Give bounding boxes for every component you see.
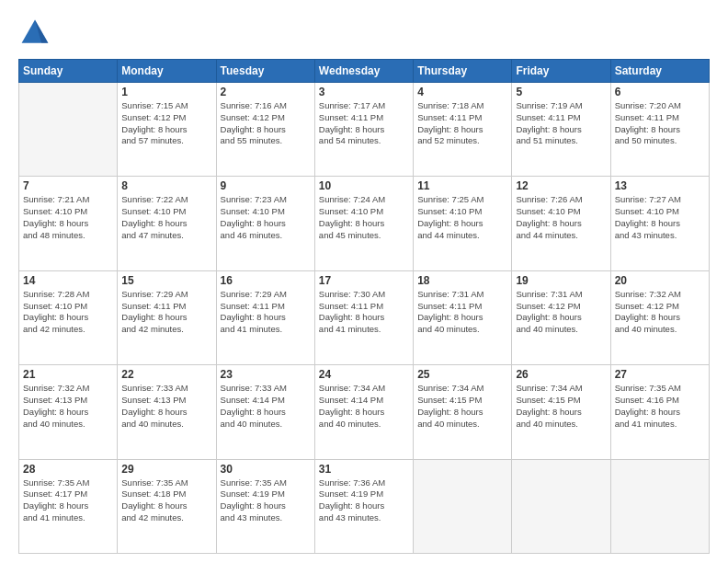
calendar-cell: 1Sunrise: 7:15 AM Sunset: 4:12 PM Daylig… [118,83,216,177]
day-number: 10 [319,179,409,192]
weekday-header-sunday: Sunday [19,60,118,83]
day-info: Sunrise: 7:29 AM Sunset: 4:11 PM Dayligh… [121,289,211,336]
calendar-cell: 15Sunrise: 7:29 AM Sunset: 4:11 PM Dayli… [118,270,216,364]
day-number: 13 [615,179,705,192]
calendar-cell: 22Sunrise: 7:33 AM Sunset: 4:13 PM Dayli… [118,365,216,459]
calendar-cell [414,459,512,553]
header [18,17,710,50]
calendar-cell: 12Sunrise: 7:26 AM Sunset: 4:10 PM Dayli… [512,177,610,270]
calendar-cell: 10Sunrise: 7:24 AM Sunset: 4:10 PM Dayli… [314,177,413,270]
calendar-cell: 18Sunrise: 7:31 AM Sunset: 4:11 PM Dayli… [414,270,512,364]
day-number: 22 [121,368,211,381]
logo [18,17,55,50]
calendar-cell: 13Sunrise: 7:27 AM Sunset: 4:10 PM Dayli… [610,177,709,270]
day-info: Sunrise: 7:34 AM Sunset: 4:15 PM Dayligh… [417,383,507,430]
day-number: 31 [319,463,409,476]
calendar-week-row: 1Sunrise: 7:15 AM Sunset: 4:12 PM Daylig… [19,83,710,177]
weekday-header-tuesday: Tuesday [216,60,314,83]
day-info: Sunrise: 7:33 AM Sunset: 4:14 PM Dayligh… [221,383,311,430]
calendar-cell: 23Sunrise: 7:33 AM Sunset: 4:14 PM Dayli… [216,365,314,459]
calendar-cell: 5Sunrise: 7:19 AM Sunset: 4:11 PM Daylig… [512,83,610,177]
day-info: Sunrise: 7:16 AM Sunset: 4:12 PM Dayligh… [221,100,311,147]
day-info: Sunrise: 7:34 AM Sunset: 4:15 PM Dayligh… [516,383,606,430]
day-info: Sunrise: 7:35 AM Sunset: 4:19 PM Dayligh… [221,477,311,524]
calendar-cell: 7Sunrise: 7:21 AM Sunset: 4:10 PM Daylig… [19,177,118,270]
day-number: 24 [319,368,409,381]
day-number: 26 [516,368,606,381]
calendar-cell: 20Sunrise: 7:32 AM Sunset: 4:12 PM Dayli… [610,270,709,364]
day-info: Sunrise: 7:31 AM Sunset: 4:11 PM Dayligh… [417,289,507,336]
calendar-week-row: 28Sunrise: 7:35 AM Sunset: 4:17 PM Dayli… [19,459,710,553]
day-info: Sunrise: 7:25 AM Sunset: 4:10 PM Dayligh… [417,194,507,241]
calendar-cell: 19Sunrise: 7:31 AM Sunset: 4:12 PM Dayli… [512,270,610,364]
day-info: Sunrise: 7:35 AM Sunset: 4:18 PM Dayligh… [121,477,211,524]
calendar-cell: 9Sunrise: 7:23 AM Sunset: 4:10 PM Daylig… [216,177,314,270]
weekday-header-saturday: Saturday [610,60,709,83]
day-number: 15 [121,274,211,287]
day-number: 8 [121,179,211,192]
day-info: Sunrise: 7:22 AM Sunset: 4:10 PM Dayligh… [121,194,211,241]
day-info: Sunrise: 7:29 AM Sunset: 4:11 PM Dayligh… [221,289,311,336]
weekday-header-thursday: Thursday [414,60,512,83]
calendar-cell [512,459,610,553]
day-info: Sunrise: 7:33 AM Sunset: 4:13 PM Dayligh… [121,383,211,430]
calendar-cell: 17Sunrise: 7:30 AM Sunset: 4:11 PM Dayli… [314,270,413,364]
day-info: Sunrise: 7:26 AM Sunset: 4:10 PM Dayligh… [516,194,606,241]
day-number: 5 [516,86,606,98]
day-info: Sunrise: 7:31 AM Sunset: 4:12 PM Dayligh… [516,289,606,336]
logo-icon [18,17,51,50]
calendar-cell: 28Sunrise: 7:35 AM Sunset: 4:17 PM Dayli… [19,459,118,553]
day-number: 3 [319,86,409,98]
day-number: 19 [516,274,606,287]
calendar-cell: 29Sunrise: 7:35 AM Sunset: 4:18 PM Dayli… [118,459,216,553]
calendar-cell: 3Sunrise: 7:17 AM Sunset: 4:11 PM Daylig… [314,83,413,177]
day-info: Sunrise: 7:15 AM Sunset: 4:12 PM Dayligh… [121,100,211,147]
calendar-cell: 30Sunrise: 7:35 AM Sunset: 4:19 PM Dayli… [216,459,314,553]
weekday-header-row: SundayMondayTuesdayWednesdayThursdayFrid… [19,60,710,83]
calendar-cell: 26Sunrise: 7:34 AM Sunset: 4:15 PM Dayli… [512,365,610,459]
day-number: 2 [221,86,311,98]
day-info: Sunrise: 7:27 AM Sunset: 4:10 PM Dayligh… [615,194,705,241]
calendar-week-row: 7Sunrise: 7:21 AM Sunset: 4:10 PM Daylig… [19,177,710,270]
day-info: Sunrise: 7:32 AM Sunset: 4:13 PM Dayligh… [23,383,113,430]
calendar-cell: 16Sunrise: 7:29 AM Sunset: 4:11 PM Dayli… [216,270,314,364]
day-number: 16 [221,274,311,287]
calendar-cell: 4Sunrise: 7:18 AM Sunset: 4:11 PM Daylig… [414,83,512,177]
day-info: Sunrise: 7:23 AM Sunset: 4:10 PM Dayligh… [221,194,311,241]
calendar-table: SundayMondayTuesdayWednesdayThursdayFrid… [18,59,710,554]
calendar-cell [610,459,709,553]
day-info: Sunrise: 7:19 AM Sunset: 4:11 PM Dayligh… [516,100,606,147]
day-info: Sunrise: 7:36 AM Sunset: 4:19 PM Dayligh… [319,477,409,524]
day-number: 20 [615,274,705,287]
day-number: 9 [221,179,311,192]
day-number: 28 [23,463,113,476]
calendar-week-row: 14Sunrise: 7:28 AM Sunset: 4:10 PM Dayli… [19,270,710,364]
calendar-cell: 21Sunrise: 7:32 AM Sunset: 4:13 PM Dayli… [19,365,118,459]
calendar-cell: 8Sunrise: 7:22 AM Sunset: 4:10 PM Daylig… [118,177,216,270]
calendar-cell [19,83,118,177]
day-info: Sunrise: 7:21 AM Sunset: 4:10 PM Dayligh… [23,194,113,241]
day-info: Sunrise: 7:35 AM Sunset: 4:17 PM Dayligh… [23,477,113,524]
day-number: 11 [417,179,507,192]
calendar-cell: 27Sunrise: 7:35 AM Sunset: 4:16 PM Dayli… [610,365,709,459]
day-info: Sunrise: 7:18 AM Sunset: 4:11 PM Dayligh… [417,100,507,147]
calendar-cell: 14Sunrise: 7:28 AM Sunset: 4:10 PM Dayli… [19,270,118,364]
weekday-header-monday: Monday [118,60,216,83]
day-number: 25 [417,368,507,381]
day-number: 14 [23,274,113,287]
day-number: 18 [417,274,507,287]
weekday-header-friday: Friday [512,60,610,83]
day-number: 23 [221,368,311,381]
day-info: Sunrise: 7:17 AM Sunset: 4:11 PM Dayligh… [319,100,409,147]
calendar-cell: 6Sunrise: 7:20 AM Sunset: 4:11 PM Daylig… [610,83,709,177]
day-info: Sunrise: 7:32 AM Sunset: 4:12 PM Dayligh… [615,289,705,336]
day-number: 4 [417,86,507,98]
weekday-header-wednesday: Wednesday [314,60,413,83]
day-info: Sunrise: 7:20 AM Sunset: 4:11 PM Dayligh… [615,100,705,147]
calendar-cell: 11Sunrise: 7:25 AM Sunset: 4:10 PM Dayli… [414,177,512,270]
day-number: 1 [121,86,211,98]
day-number: 27 [615,368,705,381]
day-info: Sunrise: 7:24 AM Sunset: 4:10 PM Dayligh… [319,194,409,241]
day-info: Sunrise: 7:35 AM Sunset: 4:16 PM Dayligh… [615,383,705,430]
page: SundayMondayTuesdayWednesdayThursdayFrid… [0,0,728,563]
